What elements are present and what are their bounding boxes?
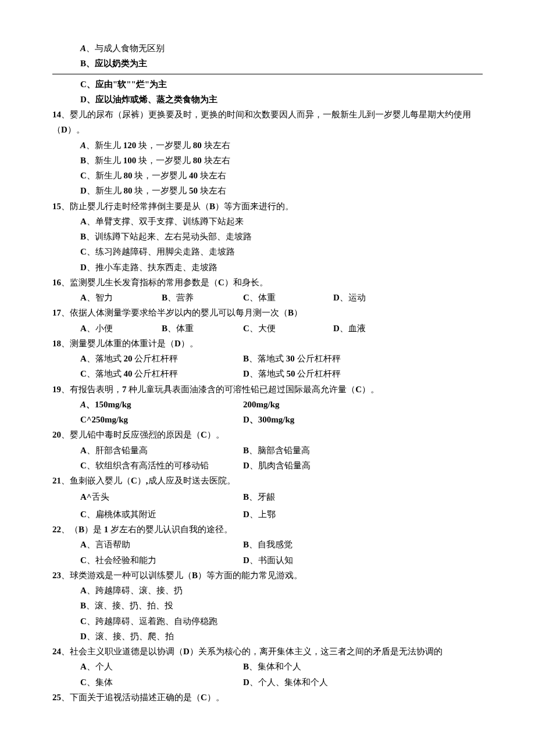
q19-options-row1: A、150mg/kg 200mg/kg — [52, 397, 483, 412]
q23-stem: 23、球类游戏是一种可以训练婴儿（B）等方面的能力常见游戏。 — [52, 568, 483, 583]
q15-option-b: B、训练蹲下站起来、左右晃动头部、走坡路 — [52, 229, 483, 244]
opt-label: A — [80, 44, 86, 53]
q20-stem: 20、婴儿铅中毒时反应强烈的原因是（C）。 — [52, 427, 483, 442]
q18-option-d: D、落地式 50 公斤杠杆秤 — [243, 366, 341, 381]
q21-stem: 21、鱼刺嵌入婴儿（C）,成人应及时送去医院。 — [52, 473, 483, 488]
q23-option-b: B、滚、接、扔、拍、投 — [52, 598, 483, 613]
q21-options-row2: C、扁桃体或其附近 D、上鄂 — [52, 507, 483, 522]
q14-option-d: D、新生儿 80 块，一岁婴儿 50 块左右 — [52, 183, 483, 198]
q22-options-row2: C、社会经验和能力 D、书面认知 — [52, 553, 483, 568]
q14-option-a: A、新生儿 120 块，一岁婴儿 80 块左右 — [52, 138, 483, 153]
q15-stem: 15、防止婴儿行走时经常摔倒主要是从（B）等方面来进行的。 — [52, 199, 483, 214]
q19-stem: 19、有报告表明，7 种儿童玩具表面油漆含的可溶性铅已超过国际最高允许量（C）。 — [52, 382, 483, 397]
q21-option-c: C、扁桃体或其附近 — [80, 507, 243, 522]
q23-option-a: A、跨越障碍、滚、接、扔 — [52, 583, 483, 598]
q18-option-b: B、落地式 30 公斤杠杆秤 — [243, 351, 341, 366]
q17-option-b: B、体重 — [162, 321, 243, 336]
q18-option-a: A、落地式 20 公斤杠杆秤 — [80, 351, 243, 366]
q20-option-d: D、肌肉含铅量高 — [243, 458, 311, 473]
q21-options-row1: A^舌头 B、牙龈 — [52, 488, 483, 507]
q24-option-d: D、个人、集体和个人 — [243, 675, 328, 690]
q16-option-c: C、体重 — [243, 290, 333, 305]
opt-text: 、与成人食物无区别 — [86, 44, 165, 53]
q19-option-a: A、150mg/kg — [80, 397, 243, 412]
q19-option-d: D、300mg/kg — [243, 412, 294, 427]
q15-option-c: C、练习跨越障碍、用脚尖走路、走坡路 — [52, 244, 483, 259]
q14-option-c: C、新生儿 80 块，一岁婴儿 40 块左右 — [52, 168, 483, 183]
q22-option-c: C、社会经验和能力 — [80, 553, 243, 568]
q25-stem: 25、下面关于追视活动描述正确的是（C）。 — [52, 690, 483, 705]
q14-stem: 14、婴儿的尿布（尿裤）更换要及时，更换的时间和次数要因人而异，一般新生儿到一岁… — [52, 107, 483, 138]
q21-option-d: D、上鄂 — [243, 507, 276, 522]
q18-options-row1: A、落地式 20 公斤杠杆秤 B、落地式 30 公斤杠杆秤 — [52, 351, 483, 366]
q20-option-c: C、软组织含有高活性的可移动铅 — [80, 458, 243, 473]
q19-options-row2: C^250mg/kg D、300mg/kg — [52, 412, 483, 427]
q24-options-row2: C、集体 D、个人、集体和个人 — [52, 675, 483, 690]
q22-option-b: B、自我感觉 — [243, 537, 293, 552]
q17-options: A、小便 B、体重 C、大便 D、血液 — [52, 321, 483, 336]
q24-stem: 24、社会主义职业道德是以协调（D）关系为核心的，离开集体主义，这三者之间的矛盾… — [52, 644, 483, 659]
q16-option-b: B、营养 — [162, 290, 243, 305]
q18-options-row2: C、落地式 40 公斤杠杆秤 D、落地式 50 公斤杠杆秤 — [52, 366, 483, 381]
q17-option-c: C、大便 — [243, 321, 333, 336]
q20-option-b: B、脑部含铅量高 — [243, 443, 310, 458]
q13-option-c: C、应由"软""烂"为主 — [52, 77, 483, 92]
q16-options: A、智力 B、营养 C、体重 D、运动 — [52, 290, 483, 305]
q13-option-d: D、应以油炸或烯、蒸之类食物为主 — [52, 92, 483, 107]
q20-options-row1: A、肝部含铅量高 B、脑部含铅量高 — [52, 443, 483, 458]
q23-option-d: D、滚、接、扔、爬、拍 — [52, 629, 483, 644]
q22-option-d: D、书面认知 — [243, 553, 293, 568]
divider — [52, 74, 483, 74]
q21-option-a: A^舌头 — [80, 488, 243, 507]
q20-option-a: A、肝部含铅量高 — [80, 443, 243, 458]
q22-options-row1: A、言语帮助 B、自我感觉 — [52, 537, 483, 552]
q15-option-d: D、推小车走路、扶东西走、走坡路 — [52, 260, 483, 275]
q19-option-c: C^250mg/kg — [80, 412, 243, 427]
q13-option-a: A、与成人食物无区别 — [52, 41, 483, 56]
q24-options-row1: A、个人 B、集体和个人 — [52, 659, 483, 674]
q21-option-b: B、牙龈 — [243, 488, 275, 507]
q24-option-b: B、集体和个人 — [243, 659, 301, 674]
q19-option-b: 200mg/kg — [243, 397, 280, 412]
q15-option-a: A、单臂支撑、双手支撑、训练蹲下站起来 — [52, 214, 483, 229]
q18-stem: 18、测量婴儿体重的体重计是（D）。 — [52, 336, 483, 351]
q16-stem: 16、监测婴儿生长发育指标的常用参数是（C）和身长。 — [52, 275, 483, 290]
q24-option-a: A、个人 — [80, 659, 243, 674]
q17-option-a: A、小便 — [80, 321, 162, 336]
q22-stem: 22、（B）是 1 岁左右的婴儿认识自我的途径。 — [52, 522, 483, 537]
q16-option-d: D、运动 — [333, 290, 415, 305]
q18-option-c: C、落地式 40 公斤杠杆秤 — [80, 366, 243, 381]
q13-option-b: B、应以奶类为主 — [52, 56, 483, 71]
q16-option-a: A、智力 — [80, 290, 162, 305]
opt-text: 、单臂支撑、双手支撑、训练蹲下站起来 — [87, 217, 244, 226]
q17-stem: 17、依据人体测量学要求给半岁以内的婴儿可以每月测一次（B） — [52, 305, 483, 320]
q20-options-row2: C、软组织含有高活性的可移动铅 D、肌肉含铅量高 — [52, 458, 483, 473]
q17-option-d: D、血液 — [333, 321, 415, 336]
q22-option-a: A、言语帮助 — [80, 537, 243, 552]
q23-option-c: C、跨越障碍、逗着跑、自动停稳跑 — [52, 614, 483, 629]
q14-option-b: B、新生儿 100 块，一岁婴儿 80 块左右 — [52, 153, 483, 168]
q24-option-c: C、集体 — [80, 675, 243, 690]
